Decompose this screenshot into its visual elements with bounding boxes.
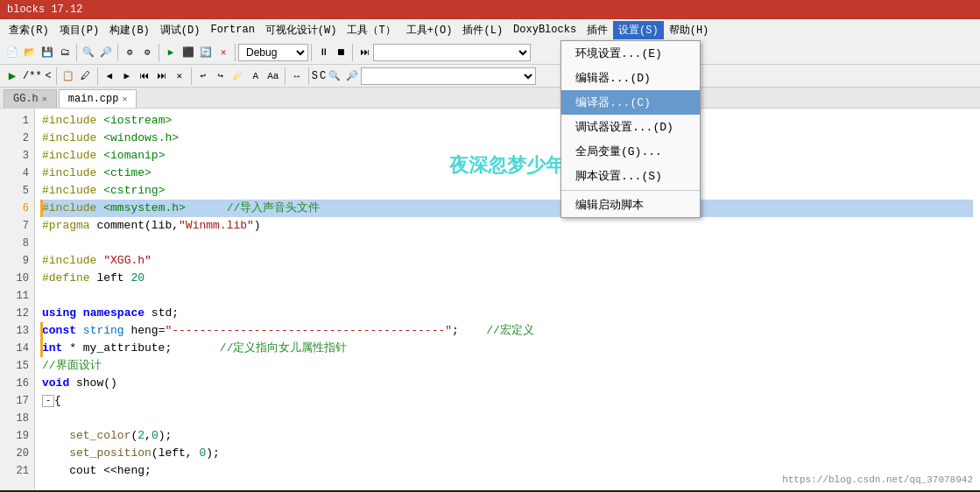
- code-line-1: #include <iostream>: [42, 112, 973, 130]
- menu-globals[interactable]: 全局变量(G)...: [561, 139, 700, 164]
- code-line-20: set_position(left, 0);: [42, 445, 973, 462]
- search-icon3[interactable]: 🔎: [343, 67, 361, 85]
- line-num-16: 16: [0, 375, 34, 392]
- code-line-6: #include <mmsystem.h> //导入声音头文件: [42, 200, 973, 217]
- settings2-btn[interactable]: ⚙: [138, 44, 156, 61]
- code-area[interactable]: #include <iostream> #include <windows.h>…: [35, 109, 980, 490]
- tab-ggh-close[interactable]: ✕: [42, 94, 47, 104]
- stop2-btn[interactable]: ⏹: [332, 44, 349, 61]
- tb2-icon2[interactable]: 🖊: [77, 67, 95, 85]
- tb2-fwd[interactable]: ↪: [212, 67, 229, 85]
- run-btn[interactable]: ▶: [162, 44, 180, 61]
- sep6: [352, 44, 353, 61]
- line-num-20: 20: [0, 445, 34, 462]
- sep7: [56, 67, 57, 85]
- target-combo[interactable]: [373, 44, 531, 61]
- line-num-12: 12: [0, 305, 34, 322]
- menu-tools[interactable]: 工具（T）: [342, 21, 400, 39]
- line-num-6: 6: [0, 200, 34, 217]
- menu-plugins[interactable]: 插件(L): [457, 21, 508, 39]
- sep11: [308, 67, 309, 85]
- find2-btn[interactable]: 🔎: [97, 44, 115, 61]
- menu-plugins2[interactable]: 插件: [582, 21, 613, 39]
- comment-lt: <: [44, 70, 53, 82]
- tb2-left[interactable]: ◀: [101, 67, 118, 85]
- tb2-run[interactable]: ▶: [4, 67, 21, 85]
- pause-btn[interactable]: ⏸: [314, 44, 332, 61]
- menu-editor[interactable]: 编辑器...(D): [561, 66, 700, 90]
- line-num-9: 9: [0, 252, 34, 270]
- line-num-5: 5: [0, 182, 34, 200]
- line-num-18: 18: [0, 410, 34, 427]
- menu-build[interactable]: 构建(B): [104, 21, 155, 39]
- menu-settings[interactable]: 设置(S): [613, 21, 664, 39]
- tb2-back[interactable]: ↩: [194, 67, 212, 85]
- sep5: [311, 44, 312, 61]
- save-all-btn[interactable]: 🗂: [56, 44, 74, 61]
- title-bar: blocks 17.12: [0, 0, 980, 19]
- search-combo[interactable]: [361, 67, 536, 85]
- new-file-btn[interactable]: 📄: [4, 44, 21, 61]
- tb2-zoom-r[interactable]: ↔: [288, 67, 306, 85]
- debug-combo[interactable]: Debug: [238, 44, 308, 61]
- line-num-2: 2: [0, 130, 34, 147]
- menu-debug[interactable]: 调试(D): [155, 21, 206, 39]
- s-label: S: [312, 70, 318, 82]
- code-line-14: int * my_attribute; //定义指向女儿属性指针: [42, 340, 973, 357]
- code-line-15: //界面设计: [42, 357, 973, 375]
- menu-compiler[interactable]: 编译器...(C): [561, 90, 700, 115]
- line-num-1: 1: [0, 112, 34, 130]
- toolbar1: 📄 📂 💾 🗂 🔍 🔎 ⚙ ⚙ ▶ ⬛ 🔄 ✕ Debug ⏸ ⏹ ⏭: [0, 40, 980, 65]
- menu-debugger[interactable]: 调试器设置...(D): [561, 115, 700, 139]
- tb2-right[interactable]: ▶: [118, 67, 136, 85]
- code-line-8: [42, 235, 973, 252]
- tb2-highlight[interactable]: 🖊: [229, 67, 247, 85]
- menu-env[interactable]: 环境设置...(E): [561, 41, 700, 66]
- line-num-7: 7: [0, 217, 34, 235]
- settings-btn[interactable]: ⚙: [121, 44, 138, 61]
- menu-bar: 查索(R) 项目(P) 构建(B) 调试(D) Fortran 可视化设计(W)…: [0, 19, 980, 40]
- menu-toolsplus[interactable]: 工具+(O): [401, 21, 458, 39]
- sep8: [97, 67, 98, 85]
- line-num-4: 4: [0, 165, 34, 182]
- search-icon2[interactable]: 🔍: [326, 67, 343, 85]
- menu-doxy[interactable]: DoxyBlocks: [508, 22, 582, 38]
- line14-marker: [40, 340, 43, 357]
- line-num-17: 17: [0, 392, 34, 410]
- menu-scripts[interactable]: 脚本设置...(S): [561, 164, 700, 188]
- line-num-8: 8: [0, 235, 34, 252]
- find-btn[interactable]: 🔍: [80, 44, 97, 61]
- dropdown-separator: [561, 190, 700, 191]
- fold-btn-17[interactable]: -: [42, 395, 54, 407]
- menu-fortran[interactable]: Fortran: [205, 22, 259, 38]
- next-btn[interactable]: ⏭: [356, 44, 373, 61]
- code-line-17: - {: [42, 392, 973, 410]
- bottom-url: https://blog.csdn.net/qq_37078942: [782, 471, 973, 488]
- menu-help[interactable]: 帮助(H): [664, 21, 715, 39]
- code-line-16: void show(): [42, 375, 973, 392]
- open-btn[interactable]: 📂: [21, 44, 39, 61]
- tab-maincpp-close[interactable]: ✕: [122, 94, 127, 104]
- menu-search[interactable]: 查索(R): [4, 21, 54, 39]
- rebuild-btn[interactable]: 🔄: [197, 44, 215, 61]
- tb2-fontb[interactable]: Aa: [264, 67, 282, 85]
- tb2-icon1[interactable]: 📋: [60, 67, 77, 85]
- line-num-14: 14: [0, 340, 34, 357]
- line-num-15: 15: [0, 357, 34, 375]
- stop-btn[interactable]: ⬛: [180, 44, 197, 61]
- code-line-4: #include <ctime>: [42, 165, 973, 182]
- save-btn[interactable]: 💾: [39, 44, 56, 61]
- tb2-clear[interactable]: ✕: [171, 67, 188, 85]
- tab-maincpp[interactable]: main.cpp ✕: [59, 89, 137, 108]
- tab-ggh[interactable]: GG.h ✕: [4, 89, 57, 108]
- settings-dropdown: 环境设置...(E) 编辑器...(D) 编译器...(C) 调试器设置...(…: [561, 40, 701, 218]
- menu-visual[interactable]: 可视化设计(W): [260, 21, 342, 39]
- tb2-left2[interactable]: ⏮: [136, 67, 153, 85]
- menu-edit-script[interactable]: 编辑启动脚本: [561, 193, 700, 217]
- code-line-11: [42, 287, 973, 305]
- tb2-font[interactable]: A: [247, 67, 264, 85]
- menu-project[interactable]: 项目(P): [54, 21, 105, 39]
- tb2-right2[interactable]: ⏭: [153, 67, 171, 85]
- line-num-3: 3: [0, 147, 34, 165]
- close-x-btn[interactable]: ✕: [215, 44, 232, 61]
